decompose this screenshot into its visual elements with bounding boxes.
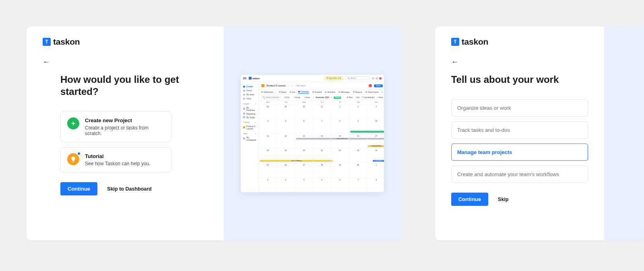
work-option-automate[interactable]: Create and automate your team's workflow… bbox=[451, 166, 588, 183]
work-option-track[interactable]: Track tasks and to-dos bbox=[451, 121, 588, 139]
next-month-icon: › bbox=[331, 96, 332, 99]
today-button: Today bbox=[334, 96, 341, 99]
option-tutorial[interactable]: Tutorial See how Taskon can help you. bbox=[60, 147, 171, 172]
calendar-cell: 15 bbox=[331, 134, 349, 148]
option-list: + Create new Project Create a project or… bbox=[43, 111, 208, 172]
messages-icon bbox=[339, 91, 340, 93]
calendar-icon bbox=[298, 91, 300, 92]
label: Home bbox=[246, 89, 252, 92]
check-icon bbox=[243, 94, 245, 96]
calendar-cell: 22 bbox=[331, 148, 349, 163]
hamburger-icon bbox=[243, 77, 246, 79]
mini-calendar: Mon Tue Wed Thu Fri Sat Sun 282930311234… bbox=[259, 101, 384, 192]
calendar-cell: 8 bbox=[331, 119, 349, 133]
tab-list: List bbox=[290, 91, 295, 93]
calendar-cell: 16 bbox=[349, 134, 367, 148]
chip-todo: • To Do bbox=[283, 96, 291, 99]
mini-dashboard-preview: taskon 30 days left in trial 🔍 Search Cr… bbox=[241, 75, 384, 192]
status-label: ○ Set status bbox=[295, 84, 305, 87]
calendar-cell: 4 bbox=[295, 178, 313, 192]
brand-mark-icon: T bbox=[43, 38, 51, 46]
option-desc: Create a project or tasks from scratch. bbox=[85, 125, 165, 136]
mini-search-placeholder: Search bbox=[351, 77, 356, 79]
mini-side-reporting: Reporting bbox=[243, 112, 256, 115]
record-icon bbox=[369, 84, 372, 87]
tab-reports: Reports bbox=[353, 91, 362, 93]
option-create-project[interactable]: + Create new Project Create a project or… bbox=[60, 111, 171, 142]
label: Product X Launch bbox=[246, 125, 256, 130]
list-icon bbox=[290, 91, 291, 93]
mini-side-home: Home bbox=[243, 88, 256, 92]
calendar-cell: 6 bbox=[295, 119, 313, 133]
dayhead: Tue bbox=[277, 101, 295, 103]
inbox-icon bbox=[243, 98, 245, 100]
back-arrow-icon[interactable]: ← bbox=[451, 58, 458, 66]
calendar-cell: 7 bbox=[349, 178, 367, 192]
brand-mark-icon: T bbox=[451, 38, 459, 46]
workflow-icon bbox=[325, 91, 326, 93]
mini-side-inbox: Inbox bbox=[243, 96, 256, 101]
unscheduled-button: ☐ Unscheduled bbox=[361, 96, 374, 99]
attachment-icon bbox=[365, 91, 367, 93]
continue-button[interactable]: Continue bbox=[451, 193, 488, 206]
mini-side-head-team: Team+ bbox=[243, 133, 256, 135]
work-option-organize[interactable]: Organize ideas or work bbox=[451, 99, 588, 117]
label: Create bbox=[246, 85, 253, 88]
calendar-cell: 30 bbox=[349, 163, 367, 177]
left-pane: T taskon ← How would you like to get sta… bbox=[27, 27, 224, 240]
prev-month-icon: ‹ bbox=[313, 96, 314, 99]
label: Inbox bbox=[246, 97, 251, 100]
mini-search-input: 🔍 Search bbox=[345, 76, 369, 80]
skip-button[interactable]: Skip bbox=[498, 197, 508, 202]
calendar-cell: 6 bbox=[331, 178, 349, 192]
tab-dashboard: Dashboard ⌄ bbox=[261, 91, 275, 93]
work-option-manage[interactable]: Manage team projects bbox=[451, 144, 588, 161]
calendar-cell: 2 bbox=[259, 178, 277, 192]
brand-logo: T taskon bbox=[43, 37, 208, 47]
mini-topbar: taskon 30 days left in trial 🔍 Search bbox=[241, 75, 384, 82]
option-title: Tutorial bbox=[85, 153, 151, 159]
left-pane: T taskon ← Tell us about your work Organ… bbox=[435, 27, 604, 240]
mini-side-create: Create bbox=[243, 84, 256, 88]
share-button: Share bbox=[374, 84, 383, 87]
mini-sidebar: Create Home My tasks Inbox Insights+ My … bbox=[241, 82, 259, 192]
dayhead: Sat bbox=[349, 101, 367, 103]
people-icon bbox=[243, 138, 245, 140]
lightbulb-icon bbox=[67, 153, 79, 165]
month-label: November 2024 bbox=[316, 96, 329, 99]
work-option-list: Organize ideas or work Track tasks and t… bbox=[451, 99, 588, 183]
target-icon bbox=[243, 116, 245, 118]
board-icon bbox=[279, 91, 281, 93]
mini-side-project-x: Product X Launch bbox=[243, 124, 256, 130]
label: My Portfolios bbox=[246, 107, 256, 111]
calendar-cell: 1 bbox=[331, 105, 349, 119]
preview-pane: taskon 30 days left in trial 🔍 Search Cr… bbox=[224, 27, 401, 240]
page-heading: Tell us about your work bbox=[451, 74, 588, 86]
folder-icon bbox=[243, 108, 245, 110]
label: My workspace bbox=[246, 136, 256, 141]
calendar-cell: 25 bbox=[259, 163, 277, 177]
reports-icon bbox=[353, 91, 355, 93]
dayhead: Thu bbox=[313, 101, 331, 103]
brand-name: taskon bbox=[462, 37, 489, 47]
calendar-cell: 26 bbox=[277, 163, 295, 177]
tab-messages: Messages bbox=[339, 91, 350, 93]
trial-badge: 30 days left in trial bbox=[324, 76, 343, 80]
project-name: Product X Launch bbox=[266, 84, 285, 87]
back-arrow-icon[interactable]: ← bbox=[43, 58, 50, 66]
calendar-cell: 7 bbox=[313, 119, 331, 133]
calendar-cell: 10 bbox=[367, 119, 384, 133]
mini-brand-logo: taskon bbox=[249, 77, 260, 80]
calendar-cell: 24⚡ Quickstart × bbox=[367, 148, 384, 163]
mini-side-head-insights: Insights+ bbox=[243, 103, 256, 105]
tab-timeline: Timeline bbox=[312, 91, 322, 93]
continue-button[interactable]: Continue bbox=[60, 182, 97, 195]
skip-to-dashboard-button[interactable]: Skip to Dashboard bbox=[107, 186, 151, 192]
calendar-cell: 4 bbox=[259, 119, 277, 133]
label: My tasks bbox=[246, 93, 254, 96]
dayhead: Sun bbox=[367, 101, 384, 103]
calendar-cell: 18Schedule Meeting bbox=[259, 148, 277, 163]
mini-cal-grid: 2829303112345678910111213Share with the … bbox=[259, 105, 384, 192]
brand-mark-icon bbox=[249, 77, 252, 80]
chip-done: • Done bbox=[303, 96, 311, 99]
